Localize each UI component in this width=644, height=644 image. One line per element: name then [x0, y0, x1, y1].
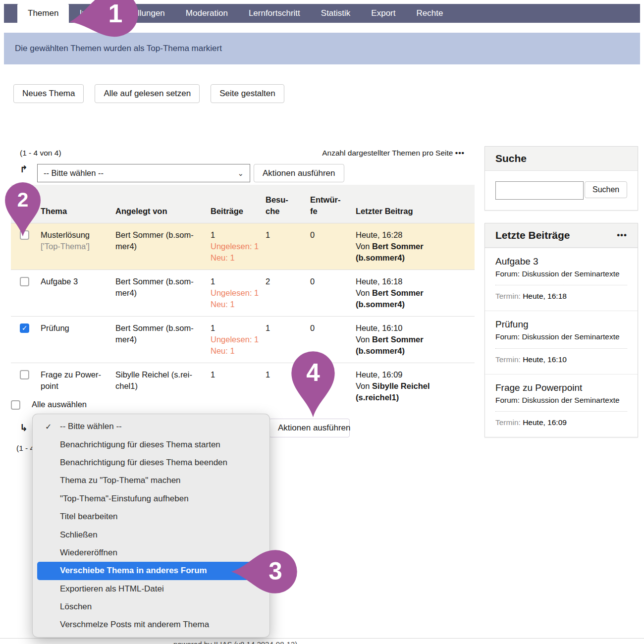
- apply-to-selection-top-icon: ↱: [20, 163, 28, 175]
- posts-count: 1: [211, 276, 266, 287]
- action-select-top-value: -- Bitte wählen --: [44, 168, 104, 178]
- recent-posts-menu-icon[interactable]: •••: [617, 230, 627, 240]
- select-all-checkbox[interactable]: [11, 400, 20, 410]
- new-topic-button[interactable]: Neues Thema: [13, 84, 84, 103]
- tab-info[interactable]: Info: [69, 4, 104, 23]
- topic-tag: ['Top-Thema']: [41, 241, 110, 252]
- term-value: Heute, 16:18: [523, 292, 567, 300]
- tab-einstellungen[interactable]: Einstellungen: [104, 4, 175, 23]
- tab-themen[interactable]: Themen: [17, 4, 69, 23]
- execute-actions-button-bottom[interactable]: Aktionen ausführen: [269, 419, 350, 437]
- tab-moderation[interactable]: Moderation: [175, 4, 238, 23]
- menu-item-verschiebe-thema[interactable]: Verschiebe Thema in anderes Forum: [37, 562, 265, 580]
- col-header-thema[interactable]: Thema: [41, 206, 115, 217]
- chevron-down-icon: ⌄: [237, 169, 244, 178]
- menu-item-bitte-waehlen[interactable]: ✓-- Bitte wählen --: [33, 418, 269, 435]
- row-checkbox[interactable]: [20, 370, 29, 379]
- term-label: Termin:: [495, 418, 521, 427]
- term-label: Termin:: [495, 292, 521, 300]
- row-checkbox-checked[interactable]: ✓: [20, 323, 29, 333]
- topic-author: Bert Sommer (b.som­mer4): [115, 276, 211, 310]
- recent-post-title[interactable]: Aufgabe 3: [495, 256, 627, 267]
- recent-post-item: Aufgabe 3 Forum: Diskussion der Seminart…: [485, 248, 638, 311]
- last-post-date: Heute, 16:09: [356, 369, 475, 380]
- check-icon: ✓: [45, 422, 52, 431]
- menu-item-top-thema-machen[interactable]: Thema zu "Top-Thema" machen: [33, 472, 269, 489]
- select-all-label: Alle auswählen: [32, 400, 87, 409]
- last-post-prefix: Von: [356, 288, 372, 297]
- tab-rechte[interactable]: Rechte: [406, 4, 453, 23]
- new-count: Neu: 1: [211, 345, 266, 357]
- visits-count: 1: [266, 229, 310, 264]
- col-header-besuche[interactable]: Besu­che: [266, 194, 310, 217]
- drafts-count: 0: [310, 322, 356, 357]
- visits-count: 2: [266, 276, 310, 310]
- menu-item-benachrichtigung-beenden[interactable]: Benachrichtigung für dieses Thema beende…: [33, 454, 269, 472]
- col-header-angelegt-von[interactable]: Angelegt von: [115, 206, 211, 217]
- search-button[interactable]: Suchen: [585, 181, 627, 198]
- menu-item-benachrichtigung-starten[interactable]: Benachrichtigung für dieses Thema starte…: [33, 435, 269, 453]
- recent-post-title[interactable]: Frage zu Powerpoint: [495, 382, 627, 393]
- tab-lernfortschritt[interactable]: Lernfortschritt: [238, 4, 311, 23]
- recent-posts-title: Letzte Beiträge: [495, 229, 570, 241]
- footer-powered-by: powered by ILIAS (v8.14 2024-08-12): [173, 640, 297, 644]
- execute-actions-button-top[interactable]: Aktionen ausführen: [254, 164, 344, 182]
- menu-item-loeschen[interactable]: Löschen: [33, 598, 269, 616]
- per-page-label: Anzahl dargestellter Themen pro Seite: [322, 149, 453, 157]
- select-all-row: Alle auswählen: [11, 399, 87, 410]
- toolbar: Neues Thema Alle auf gelesen setzen Seit…: [13, 84, 284, 103]
- unread-count: Ungelesen: 1: [211, 287, 266, 299]
- menu-item-top-thema-aufheben[interactable]: "Top-Thema"-Einstufung aufheben: [33, 490, 269, 508]
- menu-item-label: -- Bitte wählen --: [60, 422, 122, 431]
- menu-item-exportieren[interactable]: Exportieren als HTML-Datei: [33, 580, 269, 598]
- unread-count: Ungelesen: 1: [211, 241, 266, 252]
- drafts-count: 0: [310, 369, 356, 403]
- menu-item-titel-bearbeiten[interactable]: Titel bearbeiten: [33, 508, 269, 526]
- menu-item-verschmelze-posts[interactable]: Verschmelze Posts mit anderem Thema: [33, 616, 269, 634]
- col-header-entwuerfe[interactable]: Entwür­fe: [310, 194, 356, 217]
- topic-link[interactable]: Musterlösung: [41, 229, 110, 241]
- topic-author: Bert Sommer (b.som­mer4): [115, 322, 211, 357]
- dotted-divider: [495, 411, 627, 412]
- pagination-range: (1 - 4 von 4): [20, 149, 61, 158]
- drafts-count: 0: [310, 229, 356, 264]
- search-input[interactable]: [495, 181, 584, 200]
- recent-post-forum: Forum: Diskussion der Seminartex­te: [495, 395, 627, 406]
- term-label: Termin:: [495, 355, 521, 364]
- dotted-divider: [495, 285, 627, 285]
- posts-count: 1: [211, 369, 266, 380]
- topics-table: Thema Angelegt von Beiträge Besu­che Ent…: [11, 185, 475, 409]
- tab-statistik[interactable]: Statistik: [311, 4, 361, 23]
- menu-item-schliessen[interactable]: Schließen: [33, 526, 269, 543]
- topic-link[interactable]: Frage zu Power­point: [41, 369, 110, 392]
- posts-count: 1: [211, 322, 266, 334]
- col-header-beitraege[interactable]: Beiträge: [211, 206, 266, 217]
- last-post-date: Heute, 16:28: [356, 229, 475, 241]
- per-page-menu-icon[interactable]: •••: [455, 149, 465, 157]
- pagination-top: (1 - 4 von 4) Anzahl dargestellter Theme…: [20, 149, 465, 158]
- sidebar: Suche Suchen Letzte Beiträge ••• Aufgabe…: [484, 146, 638, 437]
- topic-link[interactable]: Prüfung: [41, 322, 110, 334]
- topic-link[interactable]: Aufgabe 3: [41, 276, 110, 287]
- last-post-prefix: Von: [356, 381, 372, 390]
- recent-post-forum: Forum: Diskussion der Seminartex­te: [495, 331, 627, 342]
- row-checkbox[interactable]: [20, 230, 29, 240]
- mark-all-read-button[interactable]: Alle auf gelesen setzen: [95, 84, 200, 103]
- recent-posts-panel: Letzte Beiträge ••• Aufgabe 3 Forum: Dis…: [484, 223, 638, 437]
- design-page-button[interactable]: Seite gestalten: [211, 84, 284, 103]
- action-select-top[interactable]: -- Bitte wählen -- ⌄: [37, 164, 250, 182]
- success-banner: Die gewählten Themen wurden als Top-Them…: [4, 33, 640, 64]
- tab-export[interactable]: Export: [361, 4, 406, 23]
- recent-post-title[interactable]: Prüfung: [495, 319, 627, 330]
- search-panel: Suche Suchen: [484, 146, 638, 211]
- last-post-prefix: Von: [356, 335, 372, 344]
- term-value: Heute, 16:10: [523, 355, 567, 364]
- last-post-prefix: Von: [356, 242, 372, 251]
- dotted-divider: [495, 348, 627, 349]
- row-checkbox[interactable]: [20, 277, 29, 286]
- footer-divider: [0, 638, 644, 639]
- actions-dropdown-menu: ✓-- Bitte wählen -- Benachrichtigung für…: [32, 414, 270, 638]
- table-row: Musterlösung ['Top-Thema'] Bert Sommer (…: [11, 223, 475, 269]
- col-header-letzter-beitrag[interactable]: Letzter Beitrag: [356, 206, 475, 217]
- menu-item-wiedereroeffnen[interactable]: Wiedereröffnen: [33, 544, 269, 562]
